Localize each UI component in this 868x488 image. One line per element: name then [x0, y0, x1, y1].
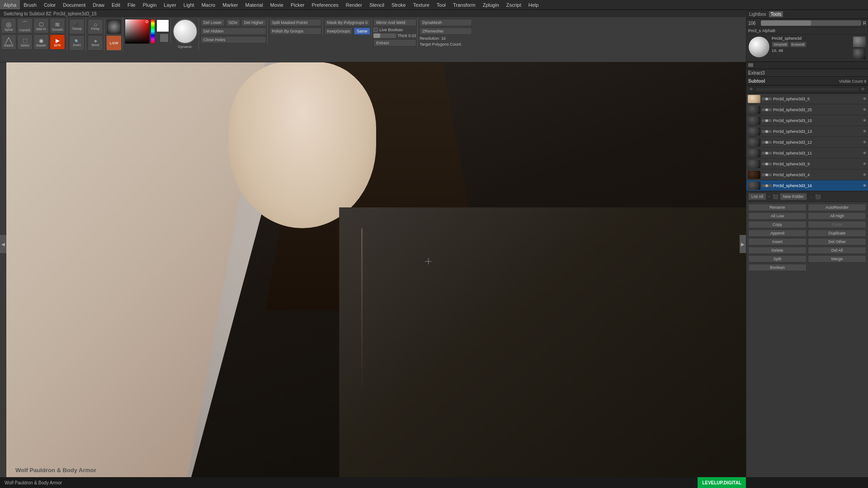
eye-0[interactable]: 👁	[863, 97, 867, 101]
zremesher-btn[interactable]: ZRemesher	[420, 28, 472, 35]
lightbox-label[interactable]: Lightbox	[749, 12, 766, 17]
auto-reorder-btn[interactable]: AutoReorder	[808, 204, 866, 211]
subtool-item-4[interactable]: Pm3d_sphere3d3_12 👁	[746, 137, 868, 148]
menu-item-document[interactable]: Document	[59, 0, 89, 9]
maskr-brush-btn[interactable]: ◉ MaskR	[33, 34, 49, 50]
subtool-slider-8[interactable]	[762, 184, 772, 187]
zoom-btn[interactable]: 🔍 Zoom	[69, 35, 85, 51]
del-hidden-btn[interactable]: Del Hidden	[201, 28, 266, 35]
all-low-btn[interactable]: All Low	[748, 212, 807, 220]
boolean-btn[interactable]: Boolean	[748, 264, 807, 271]
menu-item-material[interactable]: Material	[241, 0, 266, 9]
imm-brush-btn[interactable]: ⬡ IMM Pr	[33, 18, 49, 33]
menu-item-light[interactable]: Light	[180, 0, 198, 9]
subtool-slider-6[interactable]	[762, 163, 772, 165]
menu-item-movie[interactable]: Movie	[267, 0, 287, 9]
append-btn[interactable]: Append	[748, 230, 807, 237]
menu-item-macro[interactable]: Macro	[198, 0, 219, 9]
menu-item-draw[interactable]: Draw	[89, 0, 108, 9]
keep-groups-btn[interactable]: KeepGroups	[325, 28, 353, 35]
right-collapse-arrow[interactable]: ▶	[740, 235, 746, 253]
rename-btn[interactable]: Rename	[748, 204, 807, 211]
foreground-color-swatch[interactable]	[156, 19, 170, 33]
subtool-item-0[interactable]: Pm3d_sphere3d3_5 👁	[746, 94, 868, 104]
copy-btn[interactable]: Copy	[748, 221, 807, 228]
menu-item-color[interactable]: Color	[40, 0, 59, 9]
polish-by-groups-btn[interactable]: Polish By Groups	[269, 28, 321, 35]
eye-7[interactable]: 👁	[863, 173, 867, 177]
subtool-slider-5[interactable]	[762, 152, 772, 155]
dynamesh-btn[interactable]: DynaMesh	[420, 19, 472, 26]
thick-slider[interactable]	[373, 33, 396, 38]
new-folder-btn[interactable]: New Folder	[780, 193, 807, 200]
paste-btn[interactable]: Paste	[808, 221, 866, 228]
subtool-slider-3[interactable]	[762, 130, 772, 133]
del-higher-btn[interactable]: Del Higher	[241, 19, 266, 26]
subtool-slider-2[interactable]	[762, 119, 772, 122]
eye-3[interactable]: 👁	[863, 129, 867, 134]
menu-item-edit[interactable]: Edit	[108, 0, 124, 9]
menu-item-transform[interactable]: Transform	[449, 0, 479, 9]
slash-brush-btn[interactable]: ╱╲ Slash2	[1, 34, 16, 50]
bpr-btn[interactable]: ▶ BPR	[50, 34, 65, 50]
eye-6[interactable]: 👁	[863, 162, 867, 166]
menu-item-file[interactable]: File	[124, 0, 139, 9]
subtool-slider-7[interactable]	[762, 174, 772, 176]
canvas-viewport[interactable]: Wolf Pauldron & Body Armor	[6, 62, 746, 477]
persp-btn[interactable]: ⬡ Persp	[88, 19, 103, 34]
tool-main-slider[interactable]	[761, 20, 861, 26]
subtool-slider-1[interactable]	[762, 108, 772, 111]
subtool-item-2[interactable]: Pm3d_sphere3d3_15 👁	[746, 115, 868, 126]
tool-sphere-preview[interactable]	[748, 36, 770, 58]
eye-5[interactable]: 👁	[863, 151, 867, 155]
thumb-1[interactable]	[853, 36, 866, 47]
tools-label[interactable]: Tools	[769, 11, 783, 17]
del-other-btn[interactable]: Del Other	[808, 238, 866, 245]
transp-btn[interactable]: ⬛ Transp	[69, 19, 85, 34]
insert-btn[interactable]: Insert	[748, 238, 807, 245]
left-collapse-arrow[interactable]: ◀	[0, 235, 6, 253]
hue-bar[interactable]	[151, 19, 155, 44]
menu-item-texture[interactable]: Texture	[410, 0, 433, 9]
eye-4[interactable]: 👁	[863, 140, 867, 145]
simple-brush-btn[interactable]: SimpleB	[772, 42, 789, 47]
eye-8[interactable]: 👁	[863, 183, 867, 188]
subtool-item-6[interactable]: Pm3d_sphere3d3_9 👁	[746, 159, 868, 169]
menu-item-zplugin[interactable]: Zplugin	[479, 0, 503, 9]
mirror-weld-btn[interactable]: Mirror And Weld	[373, 19, 416, 26]
menu-item-marker[interactable]: Marker	[219, 0, 241, 9]
live-boolean-checkbox[interactable]	[373, 28, 378, 32]
merge-btn[interactable]: Merge	[808, 255, 866, 263]
menu-item-picker[interactable]: Picker	[287, 0, 308, 9]
menu-item-render[interactable]: Render	[342, 0, 366, 9]
sdiv-slider[interactable]: SDIv	[226, 19, 241, 26]
menu-item-layer[interactable]: Layer	[160, 0, 180, 9]
menu-item-alpha[interactable]: Alpha	[0, 0, 20, 9]
menu-item-stroke[interactable]: Stroke	[388, 0, 410, 9]
list-all-btn[interactable]: List All	[748, 193, 766, 200]
all-high-btn[interactable]: All High	[808, 212, 866, 220]
subtool-item-5[interactable]: Pm3d_sphere3d3_11 👁	[746, 148, 868, 159]
eye-1[interactable]: 👁	[863, 108, 867, 112]
menu-item-tool[interactable]: Tool	[433, 0, 449, 9]
subtool-item-7[interactable]: Pm3d_sphere3d3_4 👁	[746, 169, 868, 180]
brush-preview-sphere[interactable]	[173, 19, 198, 44]
alpha-preview-btn[interactable]	[106, 19, 122, 34]
menu-item-plugin[interactable]: Plugin	[139, 0, 160, 9]
subtool-slider-0[interactable]	[762, 98, 772, 100]
menu-item-preferences[interactable]: Preferences	[308, 0, 342, 9]
eye-2[interactable]: 👁	[863, 118, 867, 123]
menu-item-brush[interactable]: Brush	[20, 0, 40, 9]
background-color-swatch[interactable]	[160, 33, 169, 42]
extract-btn[interactable]: Extract	[373, 39, 416, 47]
del-lower-btn[interactable]: Del Lower	[201, 19, 225, 26]
subtool-item-3[interactable]: Pm3d_sphere3d3_13 👁	[746, 126, 868, 137]
spiral-brush-btn[interactable]: ◎ Spiral	[1, 18, 16, 33]
move-btn[interactable]: ✥ Move	[88, 35, 103, 51]
menu-item-help[interactable]: Help	[525, 0, 542, 9]
eraser-btn[interactable]: EraserB	[790, 42, 807, 47]
same-btn[interactable]: Same	[354, 28, 370, 35]
duplicate-btn[interactable]: Duplicate	[808, 230, 866, 237]
material-btn[interactable]: L/Diff	[106, 35, 122, 51]
selecta-brush-btn[interactable]: ⬚ Select	[17, 34, 33, 50]
